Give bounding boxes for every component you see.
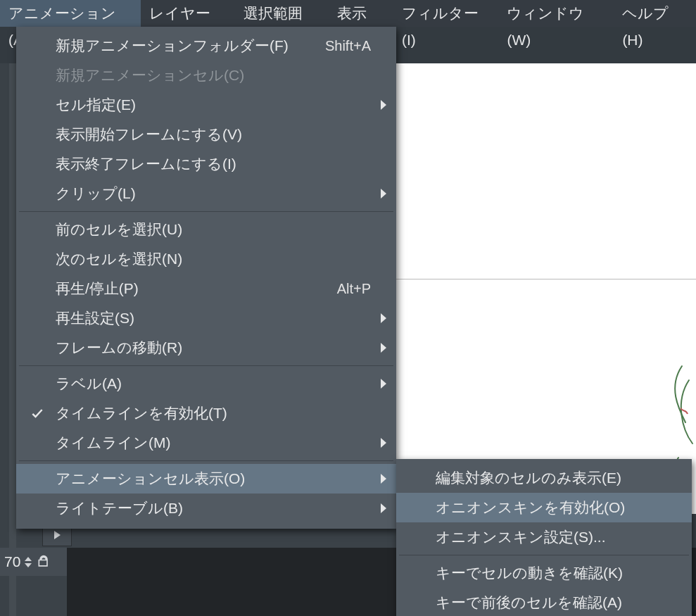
menu-selection[interactable]: 選択範囲(S) <box>235 0 329 27</box>
submenu-arrow-icon <box>381 369 386 398</box>
submenu-item[interactable]: オニオンスキンを有効化(O) <box>396 493 692 522</box>
animation-dropdown: 新規アニメーションフォルダー(F)Shift+A新規アニメーションセル(C)セル… <box>16 27 396 529</box>
menu-filter[interactable]: フィルター(I) <box>393 0 498 27</box>
menu-item-label: 表示終了フレームにする(I) <box>56 154 389 174</box>
menu-item-label: 表示開始フレームにする(V) <box>56 125 389 144</box>
submenu-item-label: オニオンスキン設定(S)... <box>436 527 606 547</box>
opacity-spinner[interactable] <box>25 557 32 567</box>
submenu-item[interactable]: キーでセルの動きを確認(K) <box>396 558 692 588</box>
menu-item[interactable]: 表示開始フレームにする(V) <box>16 120 396 149</box>
play-icon <box>54 531 61 539</box>
menu-item-shortcut: Shift+A <box>325 38 371 54</box>
menu-item: 新規アニメーションセル(C) <box>16 61 396 90</box>
menu-item-label: ラベル(A) <box>56 374 389 394</box>
submenu-item-label: 編集対象のセルのみ表示(E) <box>436 468 621 488</box>
submenu-arrow-icon <box>381 464 386 494</box>
menu-separator <box>19 365 393 366</box>
opacity-value: 70 <box>4 553 20 570</box>
menubar: アニメーション(A) レイヤー(L) 選択範囲(S) 表示(V) フィルター(I… <box>0 0 696 27</box>
chevron-down-icon[interactable] <box>25 563 32 567</box>
menu-item-label: タイムライン(M) <box>56 433 389 453</box>
submenu-arrow-icon <box>381 179 386 208</box>
submenu-item[interactable]: オニオンスキン設定(S)... <box>396 522 692 552</box>
menu-animation[interactable]: アニメーション(A) <box>0 0 141 27</box>
chevron-up-icon[interactable] <box>25 557 32 561</box>
submenu-item[interactable]: キーで前後のセルを確認(A) <box>396 588 692 616</box>
check-icon <box>30 398 44 428</box>
menu-item[interactable]: クリップ(L) <box>16 179 396 208</box>
menu-item-label: 再生/停止(P) <box>56 279 337 298</box>
menu-item-label: 前のセルを選択(U) <box>56 220 389 239</box>
left-edge <box>0 63 9 616</box>
menu-item[interactable]: ライトテーブル(B) <box>16 494 396 523</box>
menu-item-label: フレームの移動(R) <box>56 338 389 358</box>
submenu-item[interactable]: 編集対象のセルのみ表示(E) <box>396 463 692 493</box>
submenu-arrow-icon <box>381 494 386 523</box>
submenu-arrow-icon <box>381 90 386 120</box>
menu-separator <box>399 555 689 555</box>
menu-item-label: 次のセルを選択(N) <box>56 249 389 269</box>
menu-help[interactable]: ヘルプ(H) <box>614 0 696 27</box>
menu-item-label: 新規アニメーションセル(C) <box>56 65 389 85</box>
menu-item-label: タイムラインを有効化(T) <box>56 403 389 423</box>
menu-item[interactable]: 再生設定(S) <box>16 303 396 333</box>
submenu-arrow-icon <box>381 333 386 363</box>
menu-item[interactable]: アニメーションセル表示(O) <box>16 464 396 494</box>
submenu-arrow-icon <box>381 303 386 333</box>
menu-item-label: ライトテーブル(B) <box>56 498 389 518</box>
submenu-item-label: オニオンスキンを有効化(O) <box>436 498 625 517</box>
onion-skin-icon[interactable] <box>36 554 51 570</box>
menu-item[interactable]: 新規アニメーションフォルダー(F)Shift+A <box>16 31 396 61</box>
menu-item-label: クリップ(L) <box>56 184 389 203</box>
menu-view[interactable]: 表示(V) <box>329 0 393 27</box>
menu-item[interactable]: タイムライン(M) <box>16 428 396 458</box>
opacity-control[interactable]: 70 <box>0 548 67 576</box>
menu-item[interactable]: セル指定(E) <box>16 90 396 120</box>
menu-item[interactable]: 前のセルを選択(U) <box>16 215 396 244</box>
cell-view-submenu: 編集対象のセルのみ表示(E)オニオンスキンを有効化(O)オニオンスキン設定(S)… <box>396 459 692 616</box>
menu-item[interactable]: 表示終了フレームにする(I) <box>16 149 396 179</box>
menu-item-label: アニメーションセル表示(O) <box>56 469 389 489</box>
menu-item[interactable]: フレームの移動(R) <box>16 333 396 363</box>
submenu-item-label: キーで前後のセルを確認(A) <box>436 593 622 612</box>
menu-item-shortcut: Alt+P <box>337 281 371 297</box>
submenu-item-label: キーでセルの動きを確認(K) <box>436 563 623 583</box>
menu-item-label: 再生設定(S) <box>56 308 389 328</box>
menu-item[interactable]: 再生/停止(P)Alt+P <box>16 274 396 303</box>
menu-window[interactable]: ウィンドウ(W) <box>498 0 614 27</box>
menu-layer[interactable]: レイヤー(L) <box>141 0 235 27</box>
menu-item-label: 新規アニメーションフォルダー(F) <box>56 36 325 56</box>
menu-separator <box>19 211 393 212</box>
menu-item[interactable]: 次のセルを選択(N) <box>16 244 396 274</box>
menu-item[interactable]: ラベル(A) <box>16 369 396 398</box>
menu-item[interactable]: タイムラインを有効化(T) <box>16 398 396 428</box>
menu-item-label: セル指定(E) <box>56 95 389 115</box>
left-divider <box>9 63 16 616</box>
submenu-arrow-icon <box>381 428 386 458</box>
menu-separator <box>19 460 393 461</box>
